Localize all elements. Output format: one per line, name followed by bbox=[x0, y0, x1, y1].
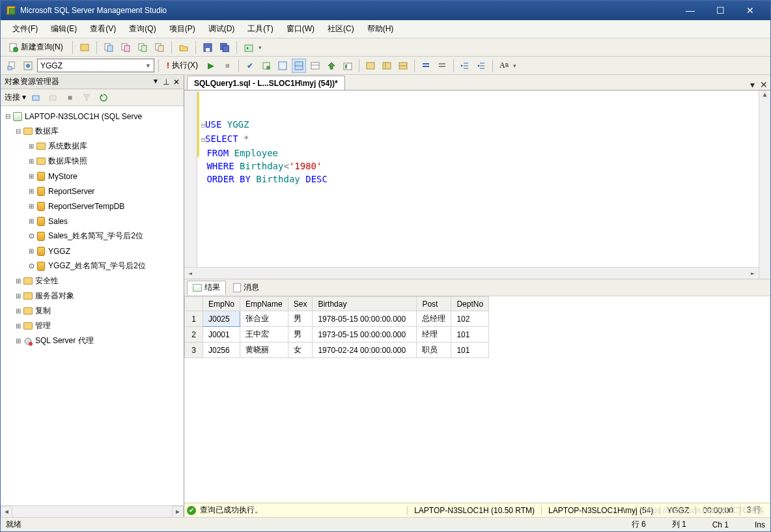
parse-icon[interactable]: ✔ bbox=[243, 59, 257, 73]
toolbar-icon[interactable]: AB bbox=[497, 59, 511, 73]
menu-file[interactable]: 文件(F) bbox=[6, 21, 44, 37]
toolbar-icon[interactable] bbox=[102, 40, 116, 55]
col-header[interactable]: Sex bbox=[288, 297, 313, 311]
col-header[interactable]: Post bbox=[417, 297, 451, 311]
tree-management[interactable]: ⊞管理 bbox=[2, 318, 182, 333]
tree-security[interactable]: ⊞安全性 bbox=[2, 273, 182, 288]
execute-button[interactable]: ! 执行(X) bbox=[163, 59, 202, 72]
indent-icon[interactable] bbox=[458, 59, 472, 73]
status-ins: Ins bbox=[755, 520, 765, 529]
toolbar-icon[interactable] bbox=[259, 59, 273, 73]
toolbar-icon[interactable] bbox=[324, 59, 339, 73]
col-header[interactable]: DeptNo bbox=[451, 297, 489, 311]
app-statusbar: 就绪 行 6 列 1 Ch 1 Ins bbox=[1, 517, 770, 531]
tree-serverobj[interactable]: ⊞服务器对象 bbox=[2, 288, 182, 303]
toolbar-icon[interactable] bbox=[29, 91, 43, 105]
svg-rect-47 bbox=[49, 96, 56, 100]
save-all-icon[interactable] bbox=[217, 40, 232, 55]
toolbar-icon[interactable] bbox=[363, 59, 378, 73]
toolbar-icon[interactable] bbox=[292, 59, 306, 73]
cell-selected[interactable]: J0025 bbox=[203, 311, 240, 327]
toolbar-icon[interactable] bbox=[341, 59, 355, 73]
toolbar-icon[interactable] bbox=[46, 91, 60, 105]
tree-db[interactable]: ⊞YGGZ bbox=[2, 244, 182, 259]
change-connection-icon[interactable] bbox=[21, 59, 35, 73]
svg-point-23 bbox=[266, 66, 270, 70]
toolbar-icon[interactable] bbox=[275, 59, 290, 73]
tree-sysdb[interactable]: ⊞系统数据库 bbox=[2, 139, 182, 154]
menu-query[interactable]: 查询(Q) bbox=[122, 21, 162, 37]
connect-button[interactable]: 连接 ▾ bbox=[5, 92, 26, 103]
toolbar-icon[interactable] bbox=[396, 59, 410, 73]
uncomment-icon[interactable] bbox=[435, 59, 449, 73]
menu-tools[interactable]: 工具(T) bbox=[241, 21, 279, 37]
tree-agent[interactable]: ⊞SQL Server 代理 bbox=[2, 333, 182, 348]
maximize-button[interactable]: ☐ bbox=[705, 1, 735, 20]
tree-replication[interactable]: ⊞复制 bbox=[2, 303, 182, 318]
toolbar-icon[interactable] bbox=[152, 40, 167, 55]
sql-editor[interactable]: ⊟USE YGGZ ⊟SELECT * FROM Employee WHERE … bbox=[184, 91, 770, 279]
menu-window[interactable]: 窗口(W) bbox=[280, 21, 321, 37]
document-tab[interactable]: SQLQuery1.sql - L...SLOC1H\myj (54))* bbox=[187, 76, 345, 90]
open-icon[interactable] bbox=[176, 40, 191, 55]
menu-community[interactable]: 社区(C) bbox=[321, 21, 361, 37]
sidebar-hscroll[interactable]: ◄► bbox=[1, 505, 184, 517]
editor-hscroll[interactable]: ◄► bbox=[184, 267, 759, 279]
toolbar-icon[interactable]: ■ bbox=[63, 91, 77, 105]
pin-icon[interactable]: ⊥ bbox=[163, 77, 169, 87]
table-row[interactable]: 2 J0001 王中宏 男 1973-05-15 00:00:00.000 经理… bbox=[185, 327, 489, 343]
sql-code[interactable]: ⊟USE YGGZ ⊟SELECT * FROM Employee WHERE … bbox=[197, 91, 331, 279]
toolbar-icon[interactable] bbox=[135, 40, 150, 55]
svg-rect-1 bbox=[9, 8, 15, 14]
filter-icon[interactable] bbox=[79, 91, 94, 105]
tab-dropdown-icon[interactable]: ▾ bbox=[748, 79, 757, 90]
save-icon[interactable] bbox=[201, 40, 215, 55]
tree-db[interactable]: ⊞ReportServer bbox=[2, 184, 182, 199]
tree-snapshot[interactable]: ⊞数据库快照 bbox=[2, 154, 182, 169]
object-tree[interactable]: ⊟LAPTOP-N3SLOC1H (SQL Serve ⊟数据库 ⊞系统数据库 … bbox=[1, 106, 184, 505]
debug-icon[interactable]: ▶ bbox=[204, 59, 218, 73]
refresh-icon[interactable] bbox=[96, 91, 111, 105]
tree-databases[interactable]: ⊟数据库 bbox=[2, 124, 182, 139]
tree-db[interactable]: ⊞MyStore bbox=[2, 169, 182, 184]
toolbar-icon[interactable] bbox=[5, 59, 19, 73]
tree-db[interactable]: ⵙSales_姓名简写_学号后2位 bbox=[2, 229, 182, 244]
tab-messages[interactable]: 消息 bbox=[227, 281, 265, 295]
toolbar-icon[interactable] bbox=[77, 40, 92, 55]
toolbar-icon[interactable] bbox=[242, 40, 256, 55]
editor-gutter bbox=[184, 91, 197, 279]
col-header[interactable]: Birthday bbox=[313, 297, 417, 311]
col-header[interactable]: EmpNo bbox=[203, 297, 240, 311]
tree-server[interactable]: ⊟LAPTOP-N3SLOC1H (SQL Serve bbox=[2, 109, 182, 124]
menu-view[interactable]: 查看(V) bbox=[83, 21, 122, 37]
results-grid[interactable]: EmpNo EmpName Sex Birthday Post DeptNo 1… bbox=[184, 296, 770, 503]
toolbar-icon[interactable] bbox=[119, 40, 133, 55]
database-select[interactable]: YGGZ▼ bbox=[37, 59, 154, 72]
toolbar-icon[interactable] bbox=[308, 59, 322, 73]
outdent-icon[interactable] bbox=[474, 59, 488, 73]
table-row[interactable]: 1 J0025 张合业 男 1978-05-15 00:00:00.000 总经… bbox=[185, 311, 489, 327]
comment-icon[interactable] bbox=[419, 59, 433, 73]
table-row[interactable]: 3 J0256 黄晓丽 女 1970-02-24 00:00:00.000 职员… bbox=[185, 343, 489, 358]
editor-vscroll[interactable]: ▲ bbox=[759, 91, 770, 279]
close-button[interactable]: ✕ bbox=[735, 1, 765, 20]
menu-project[interactable]: 项目(P) bbox=[163, 21, 202, 37]
tree-db[interactable]: ⊞Sales bbox=[2, 214, 182, 229]
menu-help[interactable]: 帮助(H) bbox=[361, 21, 400, 37]
menu-edit[interactable]: 编辑(E) bbox=[44, 21, 83, 37]
panel-close-icon[interactable]: ✕ bbox=[173, 77, 180, 87]
tree-db[interactable]: ⊞ReportServerTempDB bbox=[2, 199, 182, 214]
tree-db[interactable]: ⵙYGGZ_姓名简写_学号后2位 bbox=[2, 259, 182, 273]
menu-debug[interactable]: 调试(D) bbox=[202, 21, 242, 37]
svg-rect-30 bbox=[345, 64, 347, 68]
toolbar-icon[interactable] bbox=[380, 59, 394, 73]
svg-rect-8 bbox=[124, 46, 130, 51]
panel-dropdown-icon[interactable]: ▼ bbox=[152, 77, 159, 87]
col-header[interactable]: EmpName bbox=[240, 297, 288, 311]
tab-results[interactable]: 结果 bbox=[187, 281, 226, 295]
stop-icon[interactable]: ■ bbox=[220, 59, 234, 73]
tab-close-icon[interactable]: ✕ bbox=[757, 79, 770, 90]
new-query-button[interactable]: 新建查询(N) bbox=[5, 40, 68, 55]
minimize-button[interactable]: — bbox=[675, 1, 705, 20]
svg-rect-46 bbox=[33, 96, 39, 100]
